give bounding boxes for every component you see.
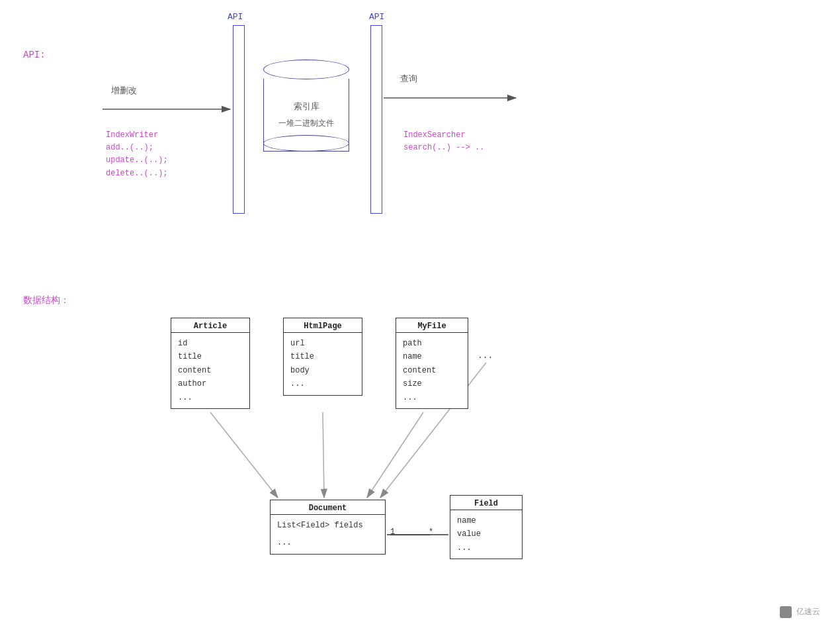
htmlpage-field-title: title [290,350,355,363]
myfile-field-name: name [403,350,461,363]
myfile-field-size: size [403,377,461,390]
index-searcher-block: IndexSearcher search(..) --> .. [403,129,484,154]
field-uml-box: Field name value ... [450,495,523,559]
htmlpage-field-ellipsis: ... [290,377,355,390]
document-title: Document [271,500,385,515]
index-writer-delete: delete..(..); [106,167,168,180]
label-query: 查询 [400,73,417,85]
htmlpage-uml-box: HtmlPage url title body ... [283,318,362,396]
article-title: Article [171,318,249,333]
article-fields: id title content author ... [171,333,249,408]
index-writer-update: update..(..); [106,154,168,167]
label-add: 增删改 [111,85,137,97]
htmlpage-fields: url title body ... [284,333,362,395]
index-writer-class: IndexWriter [106,129,168,142]
svg-line-4 [210,412,278,498]
field-field-ellipsis: ... [457,541,515,555]
index-writer-block: IndexWriter add..(..); update..(..); del… [106,129,168,180]
index-writer-add: add..(..); [106,142,168,154]
db-cylinder-top [263,60,349,79]
myfile-field-path: path [403,337,461,350]
myfile-title: MyFile [396,318,468,333]
db-bottom-ellipse [263,135,349,152]
data-struct-label: 数据结构： [23,294,69,306]
article-uml-box: Article id title content author ... [171,318,250,409]
field-title: Field [450,496,522,510]
api-bar-1 [233,25,245,214]
watermark: 亿速云 [780,606,820,618]
db-label-1: 索引库 [294,101,319,112]
myfile-outside-ellipsis: ... [478,351,493,361]
myfile-field-content: content [403,364,461,377]
svg-line-5 [323,412,324,498]
db-label-2: 一堆二进制文件 [278,118,334,129]
document-uml-box: Document List<Field> fields ... [270,500,386,555]
article-field-content: content [178,364,243,377]
db-cylinder: 索引库 一堆二进制文件 [263,60,349,152]
index-searcher-method: search(..) --> .. [403,142,484,154]
document-field-list: List<Field> fields [277,519,378,532]
htmlpage-title: HtmlPage [284,318,362,333]
myfile-fields: path name content size ... [396,333,468,408]
document-fields: List<Field> fields ... [271,515,385,554]
watermark-text: 亿速云 [796,607,820,616]
myfile-uml-box: MyFile path name content size ... [396,318,468,409]
document-field-ellipsis: ... [277,536,378,549]
api-section-label: API: [23,50,46,60]
myfile-field-ellipsis: ... [403,391,461,404]
api-top-label-2: API [369,12,384,22]
article-field-author: author [178,377,243,390]
htmlpage-field-url: url [290,337,355,350]
index-searcher-class: IndexSearcher [403,129,484,142]
field-fields: name value ... [450,510,522,559]
htmlpage-field-body: body [290,364,355,377]
article-field-id: id [178,337,243,350]
api-top-label-1: API [228,12,243,22]
article-field-title: title [178,350,243,363]
watermark-icon [780,606,792,618]
multiplicity-star: * [429,527,433,537]
api-bar-2 [370,25,382,214]
field-field-name: name [457,514,515,527]
multiplicity-line [390,535,430,535]
db-cylinder-body: 索引库 一堆二进制文件 [263,79,349,152]
article-field-ellipsis: ... [178,391,243,404]
svg-line-6 [367,412,423,498]
field-field-value: value [457,527,515,541]
diagram-container: API: API API 增删改 查询 索引库 一堆二进制文件 IndexWri… [0,0,840,628]
